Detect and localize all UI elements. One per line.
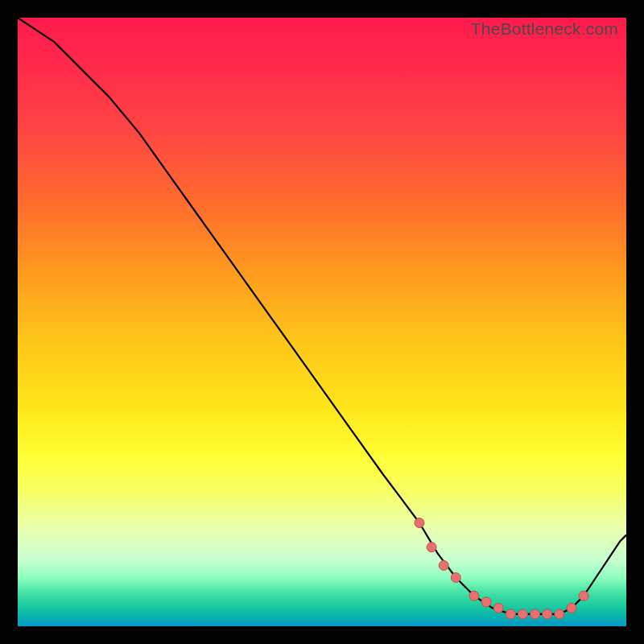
curve-marker [439,560,448,570]
bottleneck-curve [18,18,626,614]
curve-marker [469,591,479,601]
curve-marker [555,609,564,619]
chart-frame: TheBottleneck.com [18,18,626,626]
curve-marker [579,591,588,601]
curve-marker [415,518,424,528]
curve-layer [18,18,626,626]
curve-marker [427,543,436,552]
marker-group [415,518,588,619]
curve-marker [567,603,576,613]
curve-marker [506,609,515,619]
curve-marker [451,573,460,583]
curve-marker [493,603,503,613]
curve-marker [543,609,552,619]
curve-marker [518,609,528,619]
curve-marker [481,597,491,607]
curve-marker [530,609,540,619]
